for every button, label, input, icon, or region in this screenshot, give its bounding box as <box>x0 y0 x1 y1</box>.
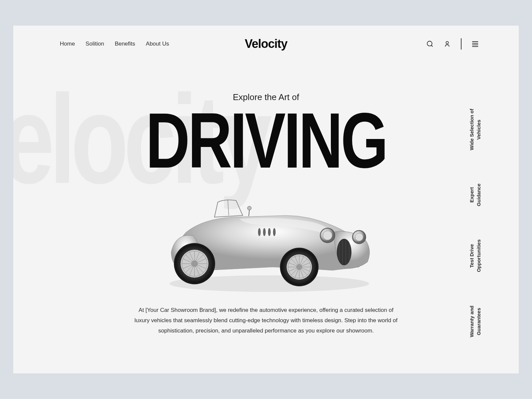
hero-section: Explore the Art of DRIVING <box>13 62 519 336</box>
svg-point-12 <box>263 228 266 236</box>
svg-point-14 <box>273 228 276 236</box>
search-icon[interactable] <box>426 40 434 48</box>
svg-line-8 <box>228 200 229 215</box>
user-icon[interactable] <box>444 40 451 48</box>
svg-point-36 <box>191 260 198 267</box>
svg-point-21 <box>323 231 332 240</box>
svg-point-2 <box>446 42 448 44</box>
nav-home[interactable]: Home <box>60 41 75 47</box>
header-actions <box>426 38 479 50</box>
svg-point-49 <box>296 264 302 270</box>
feature-wide-selection[interactable]: Wide Selection of Vehicles <box>468 109 482 150</box>
svg-point-9 <box>247 206 251 210</box>
svg-line-10 <box>249 210 249 216</box>
svg-point-11 <box>258 228 261 236</box>
svg-point-13 <box>268 228 271 236</box>
nav-menu: Home Solition Benefits About Us <box>60 41 169 47</box>
hero-description: At [Your Car Showroom Brand], we redefin… <box>131 305 401 336</box>
nav-solition[interactable]: Solition <box>85 41 104 47</box>
page-container: elocity Home Solition Benefits About Us … <box>13 26 519 373</box>
header-divider <box>461 38 462 50</box>
side-features: Wide Selection of Vehicles Expert Guidan… <box>468 109 482 337</box>
logo[interactable]: Velocity <box>245 37 287 51</box>
feature-warranty[interactable]: Warranty and Guarantees <box>468 306 482 337</box>
svg-line-1 <box>431 45 433 47</box>
svg-point-23 <box>355 233 363 241</box>
header: Home Solition Benefits About Us Velocity <box>13 26 519 62</box>
car-image <box>146 186 386 299</box>
menu-icon[interactable] <box>471 41 479 47</box>
nav-about[interactable]: About Us <box>146 41 169 47</box>
feature-expert-guidance[interactable]: Expert Guidance <box>468 184 482 206</box>
nav-benefits[interactable]: Benefits <box>115 41 135 47</box>
svg-point-0 <box>427 41 432 46</box>
feature-test-drive[interactable]: Test Drive Opportunities <box>468 239 482 272</box>
hero-title: DRIVING <box>69 105 463 176</box>
